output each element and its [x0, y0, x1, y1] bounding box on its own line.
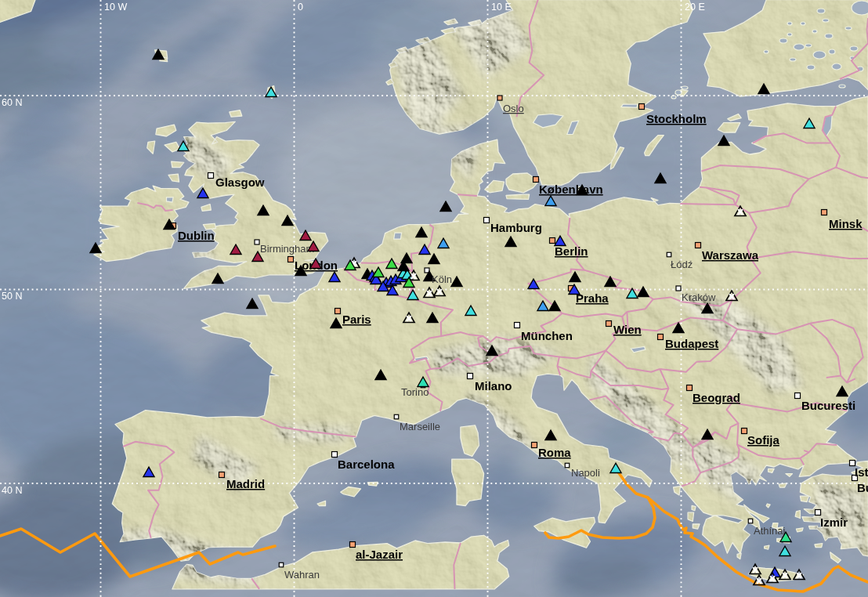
svg-text:Stockholm: Stockholm	[646, 112, 707, 125]
svg-text:al-Jazair: al-Jazair	[356, 548, 403, 561]
svg-text:10 E: 10 E	[491, 2, 512, 13]
svg-text:Oslo: Oslo	[503, 103, 524, 114]
svg-text:Kraków: Kraków	[682, 291, 716, 303]
svg-text:60 N: 60 N	[2, 97, 22, 108]
svg-text:Berlin: Berlin	[555, 244, 588, 258]
svg-text:Birmingham: Birmingham	[260, 243, 314, 255]
svg-text:Torino: Torino	[401, 386, 429, 398]
svg-text:0: 0	[298, 2, 303, 13]
svg-text:Warszawa: Warszawa	[702, 248, 759, 262]
svg-text:København: København	[539, 183, 603, 196]
svg-text:Milano: Milano	[475, 379, 512, 393]
svg-text:Sofija: Sofija	[747, 433, 779, 447]
svg-text:Glasgow: Glasgow	[215, 175, 265, 189]
svg-text:München: München	[521, 329, 573, 342]
svg-text:Bursa: Bursa	[857, 481, 868, 494]
svg-text:Minsk: Minsk	[829, 217, 863, 230]
svg-text:Marseille: Marseille	[400, 421, 440, 432]
svg-text:Dublin: Dublin	[178, 229, 215, 242]
svg-text:Istanbul: Istanbul	[855, 465, 868, 479]
svg-text:Beograd: Beograd	[693, 391, 740, 404]
svg-text:Łódź: Łódź	[671, 259, 693, 270]
svg-text:40 N: 40 N	[2, 485, 22, 496]
svg-text:Izmir: Izmir	[820, 516, 848, 529]
svg-text:Barcelona: Barcelona	[338, 458, 395, 471]
svg-text:50 N: 50 N	[2, 291, 22, 302]
svg-text:Napoli: Napoli	[571, 467, 600, 479]
svg-text:Roma: Roma	[538, 446, 571, 459]
svg-text:Paris: Paris	[342, 313, 371, 326]
svg-text:Hamburg: Hamburg	[490, 221, 542, 234]
svg-text:20 E: 20 E	[685, 2, 705, 13]
svg-text:10 W: 10 W	[104, 2, 127, 13]
svg-text:Bucuresti: Bucuresti	[801, 399, 855, 412]
svg-text:Köln: Köln	[432, 273, 452, 285]
svg-text:Madrid: Madrid	[226, 477, 265, 490]
svg-text:Budapest: Budapest	[665, 337, 718, 350]
svg-text:Wahran: Wahran	[284, 569, 320, 581]
svg-text:Praha: Praha	[576, 291, 609, 305]
svg-text:Athínai: Athínai	[754, 525, 786, 537]
svg-text:Wien: Wien	[613, 323, 642, 336]
